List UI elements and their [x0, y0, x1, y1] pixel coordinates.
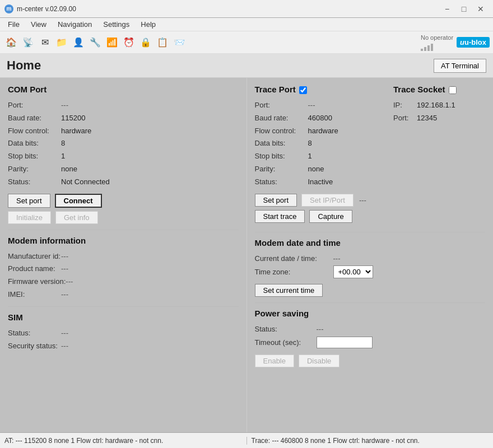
- com-port-parity-row: Parity: none: [8, 164, 239, 175]
- toolbar-wrench-icon[interactable]: 🔧: [87, 35, 103, 50]
- trace-port-port-row: Port: ---: [255, 100, 385, 111]
- com-port-port-row: Port: ---: [8, 100, 239, 111]
- set-port-button[interactable]: Set port: [8, 194, 50, 208]
- modem-dt-current-label: Current date / time:: [255, 253, 333, 265]
- modem-imei-row: IMEI: ---: [8, 289, 239, 301]
- modem-dt-btn-row: Set current time: [255, 284, 486, 297]
- disable-button[interactable]: Disable: [299, 354, 339, 367]
- trace-socket-section: Trace Socket IP: 192.168.1.1 Port: 12345: [384, 85, 485, 226]
- com-port-databits-label: Data bits:: [8, 138, 61, 150]
- modem-product-label: Product name:: [8, 263, 61, 275]
- com-port-databits-value: 8: [61, 138, 65, 150]
- trace-port-info: Port: --- Baud rate: 460800 Flow control…: [255, 100, 385, 188]
- connect-button[interactable]: Connect: [55, 194, 102, 208]
- start-trace-button[interactable]: Start trace: [255, 210, 305, 223]
- modem-datetime-info: Current date / time: --- Time zone: +00.…: [255, 253, 486, 279]
- trace-port-stopbits-value: 1: [308, 151, 312, 162]
- modem-firmware-row: Firmware version: ---: [8, 276, 239, 288]
- trace-port-port-label: Port:: [255, 100, 308, 111]
- toolbar-user-icon[interactable]: 👤: [71, 35, 86, 50]
- sim-status-row: Status: ---: [8, 328, 239, 339]
- signal-bars: [421, 41, 453, 51]
- modem-datetime-header: Modem date and time: [255, 238, 486, 249]
- timezone-select[interactable]: +00.00 +01.00 +02.00 -01.00 -02.00: [333, 265, 373, 278]
- modem-info-header: Modem information: [8, 236, 239, 246]
- trace-port-status-value: Inactive: [308, 176, 333, 188]
- modem-manufacturer-label: Manufacturer id:: [8, 251, 61, 263]
- com-port-status-label: Status:: [8, 176, 61, 188]
- trace-port-flow-label: Flow control:: [255, 125, 308, 137]
- initialize-button[interactable]: Initialize: [8, 211, 51, 224]
- toolbar-clock-icon[interactable]: ⏰: [121, 35, 137, 50]
- trace-port-parity-value: none: [308, 164, 324, 175]
- menu-help[interactable]: Help: [135, 19, 161, 30]
- modem-dt-current-row: Current date / time: ---: [255, 253, 486, 265]
- modem-product-row: Product name: ---: [8, 263, 239, 275]
- window-controls[interactable]: − □ ✕: [439, 1, 489, 17]
- toolbar-mail-icon[interactable]: ✉: [37, 35, 53, 50]
- trace-port-parity-row: Parity: none: [255, 164, 385, 175]
- modem-dt-current-value: ---: [333, 253, 341, 265]
- trace-port-checkbox-label[interactable]: [299, 86, 307, 94]
- minimize-button[interactable]: −: [439, 1, 455, 17]
- left-panel: COM Port Port: --- Baud rate: 115200 Flo…: [0, 78, 247, 433]
- power-status-row: Status: ---: [255, 324, 486, 335]
- modem-imei-value: ---: [61, 289, 68, 301]
- ublox-badge: uu-blox: [457, 37, 490, 48]
- toolbar-folder-icon[interactable]: 📁: [54, 35, 69, 50]
- modem-dt-timezone-row: Time zone: +00.00 +01.00 +02.00 -01.00 -…: [255, 265, 486, 278]
- at-terminal-button[interactable]: AT Terminal: [434, 59, 486, 73]
- menu-settings[interactable]: Settings: [97, 19, 135, 30]
- capture-button[interactable]: Capture: [309, 210, 352, 223]
- trace-socket-checkbox[interactable]: [449, 86, 457, 94]
- modem-manufacturer-row: Manufacturer id: ---: [8, 251, 239, 263]
- trace-socket-checkbox-label[interactable]: [449, 86, 457, 94]
- get-info-button[interactable]: Get info: [55, 211, 98, 224]
- trace-port-databits-label: Data bits:: [255, 138, 308, 150]
- right-panel: Trace Port Port: --- Baud rate: 460800: [247, 78, 494, 433]
- close-button[interactable]: ✕: [473, 1, 489, 17]
- power-status-label: Status:: [255, 324, 317, 335]
- enable-button[interactable]: Enable: [255, 354, 294, 367]
- modem-product-value: ---: [61, 263, 68, 275]
- toolbar-send-icon[interactable]: 📨: [171, 35, 187, 50]
- com-port-flow-label: Flow control:: [8, 125, 61, 137]
- modem-firmware-value: ---: [66, 276, 73, 288]
- trace-port-header: Trace Port: [255, 85, 296, 95]
- trace-set-port-button[interactable]: Set port: [255, 194, 297, 207]
- power-timeout-input[interactable]: [317, 337, 373, 348]
- trace-port-port-value: ---: [308, 100, 315, 111]
- trace-socket-port-label: Port:: [393, 113, 417, 124]
- toolbar-clipboard-icon[interactable]: 📋: [155, 35, 170, 50]
- power-saving-info: Status: --- Timeout (sec):: [255, 324, 486, 349]
- trace-set-ip-port-button[interactable]: Set IP/Port: [301, 194, 354, 207]
- sim-security-row: Security status: ---: [8, 340, 239, 352]
- menu-navigation[interactable]: Navigation: [52, 19, 97, 30]
- toolbar-lock-icon[interactable]: 🔒: [138, 35, 154, 50]
- trace-port-flow-value: hardware: [308, 125, 338, 137]
- com-port-info: Port: --- Baud rate: 115200 Flow control…: [8, 100, 239, 188]
- toolbar-signal-icon[interactable]: 📡: [20, 35, 36, 50]
- com-port-databits-row: Data bits: 8: [8, 138, 239, 150]
- trace-port-checkbox[interactable]: [299, 86, 307, 94]
- trace-port-btn-row1: Set port Set IP/Port ---: [255, 194, 385, 207]
- trace-socket-header: Trace Socket: [393, 85, 445, 95]
- menu-file[interactable]: File: [2, 19, 25, 30]
- toolbar-home-icon[interactable]: 🏠: [3, 35, 19, 50]
- com-port-btn-row2: Initialize Get info: [8, 211, 239, 224]
- maximize-button[interactable]: □: [456, 1, 472, 17]
- com-port-stopbits-value: 1: [61, 151, 65, 162]
- toolbar-antenna-icon[interactable]: 📶: [104, 35, 120, 50]
- com-port-flow-row: Flow control: hardware: [8, 125, 239, 137]
- menu-bar: File View Navigation Settings Help: [0, 18, 493, 31]
- app-icon: m: [4, 4, 13, 13]
- modem-firmware-label: Firmware version:: [8, 276, 66, 288]
- menu-view[interactable]: View: [25, 19, 52, 30]
- trace-port-stopbits-row: Stop bits: 1: [255, 151, 385, 162]
- com-port-parity-value: none: [61, 164, 77, 175]
- title-bar: m m-center v.02.09.00 − □ ✕: [0, 0, 493, 18]
- trace-socket-port-value: 12345: [417, 113, 437, 124]
- trace-port-parity-label: Parity:: [255, 164, 308, 175]
- set-current-time-button[interactable]: Set current time: [255, 284, 323, 297]
- trace-port-stopbits-label: Stop bits:: [255, 151, 308, 162]
